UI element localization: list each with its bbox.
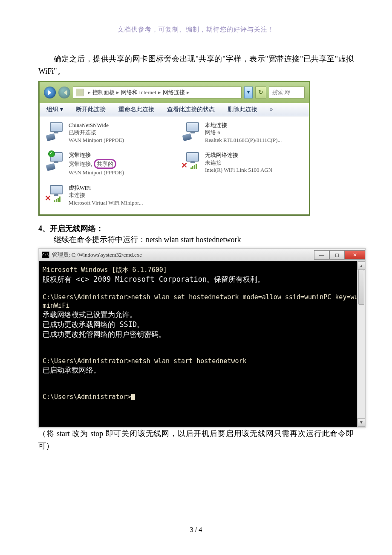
scroll-down-icon[interactable]: ▼: [357, 418, 365, 427]
cmd-line: 承载网络模式已设置为允许。: [43, 310, 362, 320]
cmd-line: [43, 348, 362, 357]
conn-status: 已断开连接: [69, 129, 124, 136]
cmd-line: [43, 375, 362, 384]
cmd-body[interactable]: Microsoft Windows [版本 6.1.7600] 版权所有 <c>…: [39, 261, 365, 427]
signal-icon: [190, 164, 197, 169]
toolbar-rename[interactable]: 重命名此连接: [118, 106, 154, 113]
address-dropdown[interactable]: ▾: [244, 87, 253, 98]
scrollbar[interactable]: ▲ ▼: [357, 261, 365, 427]
cmd-line: Microsoft Windows [版本 6.1.7600]: [43, 266, 362, 274]
conn-status: 宽带连接, 共享的: [69, 159, 124, 169]
cmd-window: C:\ 管理员: C:\Windows\system32\cmd.exe — ◻…: [38, 248, 366, 428]
conn-title: 宽带连接: [69, 151, 124, 159]
section-4-command-text: 继续在命令提示符中运行：netsh wlan start hostednetwo…: [38, 234, 354, 246]
conn-device: WAN Miniport (PPPOE): [69, 136, 124, 144]
cursor-icon: [131, 394, 135, 400]
breadcrumb[interactable]: ▸ 控制面板 ▸ 网络和 Internet ▸ 网络连接 ▸: [73, 87, 242, 98]
cmd-line: C:\Users\Administrator>netsh wlan set ho…: [43, 293, 362, 310]
conn-title: 无线网络连接: [205, 151, 272, 159]
conn-status: 未连接: [69, 191, 143, 199]
toolbar-organize[interactable]: 组织 ▾: [46, 106, 63, 113]
address-bar: ▸ 控制面板 ▸ 网络和 Internet ▸ 网络连接 ▸ ▾ ↻ 搜索 网: [40, 82, 309, 103]
toolbar-disconnect[interactable]: 断开此连接: [76, 106, 106, 113]
conn-status: 网络 6: [205, 129, 282, 136]
scroll-up-icon[interactable]: ▲: [357, 261, 365, 270]
toolbar-status[interactable]: 查看此连接的状态: [167, 106, 215, 113]
scroll-thumb[interactable]: [358, 270, 364, 305]
cmd-prompt: C:\Users\Administrator>: [43, 393, 362, 401]
explorer-window: ▸ 控制面板 ▸ 网络和 Internet ▸ 网络连接 ▸ ▾ ↻ 搜索 网 …: [38, 81, 310, 216]
crumb-control-panel[interactable]: 控制面板: [92, 89, 115, 96]
cmd-line: 已启动承载网络。: [43, 365, 362, 375]
conn-title: 虚拟WiFi: [69, 184, 143, 192]
network-icon: ✕: [46, 184, 65, 201]
network-icon: [46, 121, 65, 139]
signal-icon: [54, 197, 61, 202]
toolbar: 组织 ▾ 断开此连接 重命名此连接 查看此连接的状态 删除此连接 »: [40, 103, 309, 116]
section-4-heading: 4、开启无线网络：: [38, 223, 354, 234]
connection-chinanet[interactable]: ChinaNetSNWide 已断开连接 WAN Miniport (PPPOE…: [46, 121, 166, 144]
toolbar-delete[interactable]: 删除此连接: [228, 106, 257, 113]
cmd-title-text: 管理员: C:\Windows\system32\cmd.exe: [52, 251, 142, 259]
cmd-line: 已成功更改托管网络的用户密钥密码。: [43, 330, 362, 339]
connection-broadband[interactable]: 宽带连接 宽带连接, 共享的 WAN Miniport (PPPOE): [46, 151, 166, 176]
maximize-button[interactable]: ◻: [329, 250, 345, 260]
connection-wireless[interactable]: ✕ 无线网络连接 未连接 Intel(R) WiFi Link 5100 AGN: [183, 151, 302, 176]
cmd-line: [43, 284, 362, 293]
connection-local[interactable]: 本地连接 网络 6 Realtek RTL8168C(P)/8111C(P)..…: [183, 121, 302, 144]
back-button[interactable]: [44, 87, 56, 98]
paragraph-confirm-share: 确定之后，提供共享的网卡图标旁会出现"共享的"字样，表示"宽带连接"已共享至"虚…: [38, 53, 354, 78]
conn-status: 未连接: [205, 159, 272, 167]
toolbar-more[interactable]: »: [270, 106, 273, 113]
minimize-button[interactable]: —: [314, 250, 329, 260]
conn-title: ChinaNetSNWide: [69, 121, 124, 129]
cmd-titlebar: C:\ 管理员: C:\Windows\system32\cmd.exe — ◻…: [39, 249, 365, 261]
cmd-line: 已成功更改承载网络的 SSID。: [43, 320, 362, 330]
close-button[interactable]: ✕: [345, 250, 365, 260]
location-icon: [76, 89, 84, 96]
cmd-icon: C:\: [42, 251, 49, 258]
conn-device: WAN Miniport (PPPOE): [69, 169, 124, 176]
shared-badge: 共享的: [94, 159, 116, 169]
cmd-line: [43, 384, 362, 392]
cmd-line: [43, 339, 362, 348]
conn-device: Microsoft Virtual WiFi Minipor...: [69, 199, 143, 207]
cmd-line: C:\Users\Administrator>netsh wlan start …: [43, 357, 362, 365]
crumb-network-internet[interactable]: 网络和 Internet: [121, 89, 156, 96]
x-icon: ✕: [181, 161, 187, 170]
cmd-line: 版权所有 <c> 2009 Microsoft Corporation。保留所有…: [43, 275, 362, 284]
paragraph-stop-note: （将 start 改为 stop 即可关闭该无线网，以后开机后要启用该无线网只需…: [38, 428, 354, 452]
forward-button[interactable]: [58, 87, 70, 98]
refresh-button[interactable]: ↻: [255, 87, 266, 98]
crumb-network-connections[interactable]: 网络连接: [163, 89, 185, 96]
connection-virtual-wifi[interactable]: ✕ 虚拟WiFi 未连接 Microsoft Virtual WiFi Mini…: [46, 184, 166, 207]
network-icon: [46, 151, 65, 168]
network-icon: [183, 121, 202, 139]
x-icon: ✕: [45, 194, 51, 203]
header-note: 文档供参考，可复制、编制，期待您的好评与关注！: [38, 26, 354, 34]
conn-device: Intel(R) WiFi Link 5100 AGN: [205, 166, 272, 174]
network-icon: ✕: [183, 151, 202, 168]
conn-device: Realtek RTL8168C(P)/8111C(P)...: [205, 136, 282, 144]
page-number: 3 / 4: [0, 526, 392, 534]
conn-title: 本地连接: [205, 121, 282, 129]
search-input[interactable]: 搜索 网: [269, 87, 305, 98]
